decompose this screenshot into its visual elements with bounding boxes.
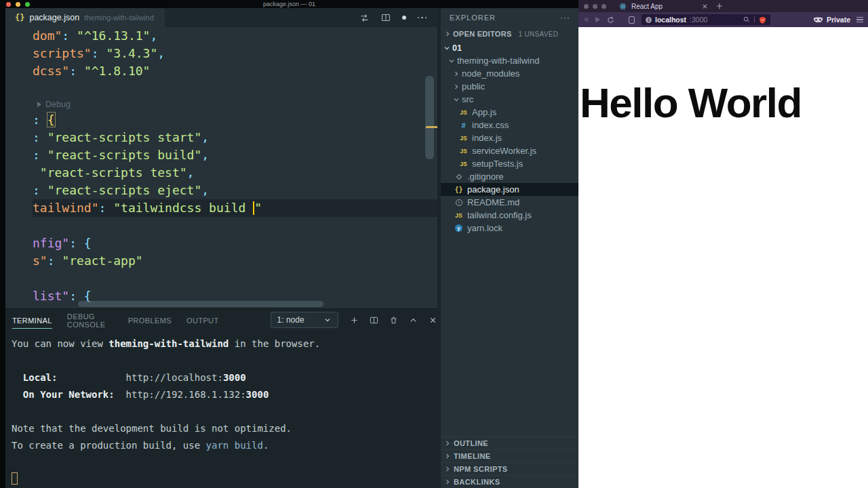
yarn-icon: y [454,224,464,233]
bookmark-icon[interactable] [629,16,635,24]
code-line: "react-scripts test", [33,164,437,182]
divider [754,16,755,23]
tree-item-label: tailwind.config.js [467,210,532,220]
terminal-select[interactable]: 1: node [271,312,338,328]
editor-vertical-scrollbar[interactable] [425,76,434,159]
tree-item--gitignore[interactable]: .gitignore [441,170,578,183]
forward-button[interactable] [595,17,600,22]
explorer-more-icon[interactable]: ··· [560,13,570,22]
panel-actions [350,316,437,325]
section-timeline[interactable]: TIMELINE [441,449,578,462]
menu-icon[interactable] [856,17,863,23]
terminal-line [12,352,437,369]
split-terminal-icon[interactable] [370,316,378,325]
zoom-window-button[interactable] [601,4,606,9]
tab-package-json[interactable]: {} package.json theming-with-tailwind [5,8,165,27]
new-tab-icon[interactable] [716,3,723,9]
chevron-down-icon [323,316,332,324]
tree-item-index-css[interactable]: #index.css [441,119,578,131]
section-backlinks[interactable]: BACKLINKS [441,475,578,488]
tree-item-index-js[interactable]: JSindex.js [441,131,578,144]
react-logo-icon [619,3,627,10]
minimize-window-button[interactable] [593,4,597,9]
panel-tab-output[interactable]: OUTPUT [186,312,219,329]
code-line [33,80,437,98]
terminal-cursor [12,472,18,485]
tree-item-tailwind-config-js[interactable]: JStailwind.config.js [441,209,578,222]
url-port: :3000 [690,16,707,24]
workspace-root-item[interactable]: 01 [441,41,578,54]
js-icon: JS [458,159,469,169]
code-line: : { [33,111,437,129]
section-npm-scripts[interactable]: NPM SCRIPTS [441,462,578,475]
tree-item-serviceworker-js[interactable]: JSserviceWorker.js [441,144,578,157]
tree-item-label: package.json [467,184,519,195]
chevron-right-icon [445,466,450,472]
tree-item-label: README.md [467,197,519,207]
code-editor[interactable]: dom": "^16.13.1",scripts": "3.4.3",dcss"… [5,27,437,308]
tree-item-setuptests-js[interactable]: JSsetupTests.js [441,157,578,170]
open-editors-section[interactable]: OPEN EDITORS 1 UNSAVED [441,26,578,41]
window-title: package.json — 01 [0,1,578,7]
chevron-down-icon [449,58,454,64]
url-bar-actions [743,16,766,24]
more-actions-icon[interactable] [418,17,427,19]
tree-item-label: index.js [472,133,502,143]
refresh-icon[interactable] [607,16,614,24]
tree-item-label: serviceWorker.js [472,146,536,156]
url-bar[interactable]: i localhost :3000 [642,14,770,25]
new-terminal-icon[interactable] [350,316,359,325]
codelens-debug[interactable]: Debug [37,98,437,111]
terminal-line [12,403,437,420]
maximize-panel-icon[interactable] [409,316,418,325]
tree-item-label: theming-with-tailwind [457,56,539,66]
chevron-right-icon [445,479,450,485]
tree-item-public[interactable]: public [441,80,578,93]
hello-world-heading: Hello World [580,79,802,127]
kill-terminal-icon[interactable] [389,316,398,325]
section-outline[interactable]: OUTLINE [441,436,578,449]
editor-tabbar: {} package.json theming-with-tailwind [5,8,437,27]
code-line: nfig": { [33,235,437,252]
code-line: : "react-scripts start", [33,129,437,146]
site-info-icon[interactable]: i [646,17,652,23]
tree-item-theming-with-tailwind[interactable]: theming-with-tailwind [441,54,578,67]
open-changes-icon[interactable] [359,13,370,23]
tab-description: theming-with-tailwind [84,14,154,22]
open-editors-label: OPEN EDITORS [453,30,512,38]
url-host: localhost [655,16,686,24]
panel-tab-terminal[interactable]: TERMINAL [12,312,52,329]
js-icon: JS [454,211,464,220]
tree-item-node-modules[interactable]: node_modules [441,67,578,80]
panel-tab-debug-console[interactable]: DEBUG CONSOLE [67,308,113,333]
panel-tab-problems[interactable]: PROBLEMS [128,312,172,329]
split-editor-icon[interactable] [381,13,391,22]
back-button[interactable] [583,17,588,22]
editor-horizontal-scrollbar[interactable] [78,301,323,307]
browser-tab-title[interactable]: React App [631,3,663,10]
unsaved-badge: 1 UNSAVED [519,30,559,38]
tree-item-src[interactable]: src [441,93,578,106]
file-tree: theming-with-tailwindnode_modulespublics… [441,54,578,235]
tab-filename: package.json [29,13,79,22]
close-tab-icon[interactable] [702,3,708,9]
panel-tabbar: TERMINALDEBUG CONSOLEPROBLEMSOUTPUT 1: n… [5,309,437,331]
close-panel-icon[interactable] [429,316,437,325]
tree-item-package-json[interactable]: {}package.json [441,183,578,196]
terminal-output[interactable]: You can now view theming-with-tailwind i… [12,336,437,488]
tree-item-yarn-lock[interactable]: yyarn.lock [441,222,578,235]
chevron-right-icon [454,84,459,89]
unsaved-indicator-icon[interactable] [402,16,406,20]
tree-item-readme-md[interactable]: iREADME.md [441,196,578,209]
browser-content: Hello World [578,27,868,488]
code-line: scripts": "3.4.3", [33,45,437,62]
chevron-right-icon [445,31,450,37]
close-window-button[interactable] [584,4,589,9]
adblock-shield-icon[interactable] [759,16,766,24]
window-edge [0,8,5,488]
tree-item-label: setupTests.js [472,159,523,169]
tree-item-label: .gitignore [467,171,503,182]
tree-item-app-js[interactable]: JSApp.js [441,106,578,119]
zoom-icon[interactable] [743,16,750,23]
private-browsing-badge: Private [813,16,850,24]
